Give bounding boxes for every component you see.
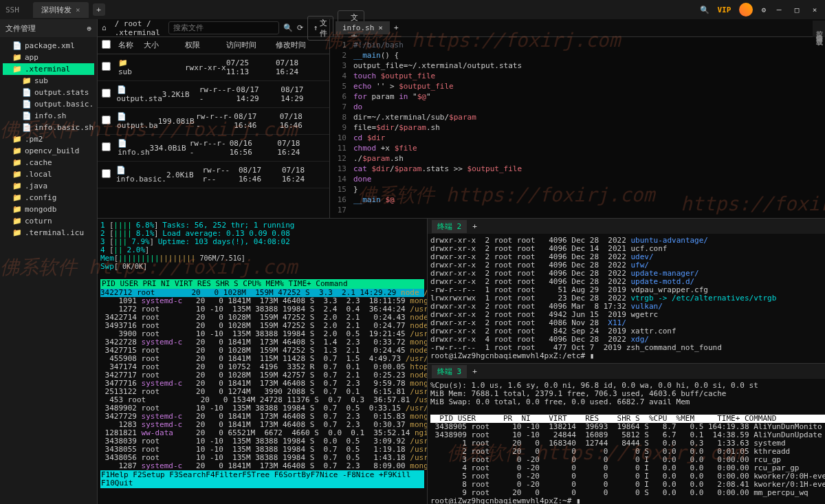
tree-item[interactable]: 📁 .pm2 <box>3 133 94 145</box>
terminal-2[interactable]: 终端 2 + ⛶ × drwxr-xr-x 2 root root 4096 D… <box>428 219 825 364</box>
tab-add-button[interactable]: + <box>394 23 399 32</box>
tab-label: 深圳转发 <box>41 5 72 15</box>
editor-tab[interactable]: info.sh × <box>336 21 390 34</box>
close-icon[interactable]: × <box>76 6 80 14</box>
avatar[interactable] <box>739 3 753 17</box>
tree-item[interactable]: 📄 info.sh <box>3 110 94 122</box>
tree-item[interactable]: 📁 coturn <box>3 215 94 227</box>
file-row[interactable]: 📄 info.sh334.0BiBrw-r--r--08/16 16:5607/… <box>98 135 329 162</box>
col-size[interactable]: 大小 <box>144 40 185 51</box>
file-list-panel: ⌂ / root / .xterminal 🔍 ⟳ ↑ 文件 ↑ 文件夹 名称 … <box>98 19 330 218</box>
col-atime[interactable]: 访问时间 <box>226 40 276 51</box>
col-perm[interactable]: 权限 <box>185 40 226 51</box>
file-row[interactable]: 📄 output.sta3.2KiBrw-r--r--08/17 14:2908… <box>98 81 329 108</box>
tab-add-button[interactable]: + <box>93 3 105 16</box>
tree-item[interactable]: 📁 .xterminal <box>3 63 94 75</box>
tree: 📄 package.xml📁 app📁 .xterminal📁 sub📄 out… <box>0 37 97 241</box>
terminal-tab[interactable]: 终端 3 <box>432 365 467 378</box>
side-tabs[interactable]: 监控 快速命令 下载管理 <box>813 21 825 37</box>
file-row[interactable]: 📄 info.basic.2.0KiBrw-r--r--08/17 16:460… <box>98 162 329 188</box>
terminal-htop[interactable]: 1 [|||| 6.8%] Tasks: 56, 252 thr; 1 runn… <box>98 219 428 504</box>
search-input[interactable] <box>168 21 279 34</box>
select-all-checkbox[interactable] <box>102 40 111 49</box>
add-icon[interactable]: ⊕ <box>87 24 91 33</box>
tree-item[interactable]: 📄 package.xml <box>3 40 94 52</box>
file-row[interactable]: 📁 subrwxr-xr-x07/25 11:1307/18 16:24 <box>98 54 329 81</box>
tree-item[interactable]: 📁 mongodb <box>3 204 94 215</box>
tree-item[interactable]: 📁 .config <box>3 192 94 204</box>
vip-badge[interactable]: VIP <box>718 6 732 14</box>
refresh-icon[interactable]: ⟳ <box>297 23 303 32</box>
terminal-3[interactable]: 终端 3 + %Cpu(s): 1.0 us, 1.6 sy, 0.0 ni, … <box>428 364 825 504</box>
code-editor-panel: info.sh × + ⋯ 1234567891011121314151617 … <box>330 19 825 218</box>
app-name: SSH <box>6 6 19 14</box>
close-window-icon[interactable]: × <box>810 5 820 14</box>
tree-item[interactable]: 📁 .java <box>3 180 94 192</box>
search-icon[interactable]: 🔍 <box>283 23 293 32</box>
tab-add-button[interactable]: + <box>472 367 477 376</box>
search-icon[interactable]: 🔍 <box>700 6 710 14</box>
tree-item[interactable]: 📄 output.stats <box>3 87 94 98</box>
sidebar-title: 文件管理 <box>6 23 36 34</box>
terminal-tab[interactable]: 终端 2 <box>432 220 467 233</box>
tree-item[interactable]: 📁 .local <box>3 168 94 180</box>
tree-item[interactable]: 📄 output.basic. <box>3 98 94 110</box>
minimize-icon[interactable]: ─ <box>774 5 784 14</box>
settings-icon[interactable]: ⚙ <box>761 6 766 14</box>
file-tree-sidebar: 文件管理 ⊕ 📄 package.xml📁 app📁 .xterminal📁 s… <box>0 19 98 504</box>
col-name[interactable]: 名称 <box>118 40 144 51</box>
col-mtime[interactable]: 修改时间 <box>276 40 325 51</box>
tree-item[interactable]: 📄 info.basic.sh <box>3 122 94 133</box>
line-gutter: 1234567891011121314151617 <box>330 37 351 218</box>
maximize-icon[interactable]: □ <box>792 5 802 14</box>
tree-item[interactable]: 📁 sub <box>3 75 94 87</box>
sidebar-header: 文件管理 ⊕ <box>0 19 97 37</box>
tree-item[interactable]: 📁 opencv_build <box>3 145 94 157</box>
breadcrumb[interactable]: / root / .xterminal <box>111 18 164 39</box>
code-area[interactable]: #!/bin/bash__main() { output_file=~/.xte… <box>351 37 525 218</box>
titlebar: SSH 深圳转发 × + 🔍 VIP ⚙ ─ □ × <box>0 0 825 19</box>
tree-item[interactable]: 📁 app <box>3 52 94 63</box>
editor-tab-label: info.sh <box>342 23 374 32</box>
home-icon[interactable]: ⌂ <box>102 23 107 32</box>
tab-add-button[interactable]: + <box>472 222 477 231</box>
tree-item[interactable]: 📁 .cache <box>3 157 94 168</box>
tree-item[interactable]: 📁 .terminal.icu <box>3 227 94 239</box>
tab-active[interactable]: 深圳转发 × <box>33 2 89 18</box>
close-icon[interactable]: × <box>378 23 383 32</box>
file-row[interactable]: 📄 output.ba199.08iBrw-r--r--08/17 16:460… <box>98 108 329 135</box>
